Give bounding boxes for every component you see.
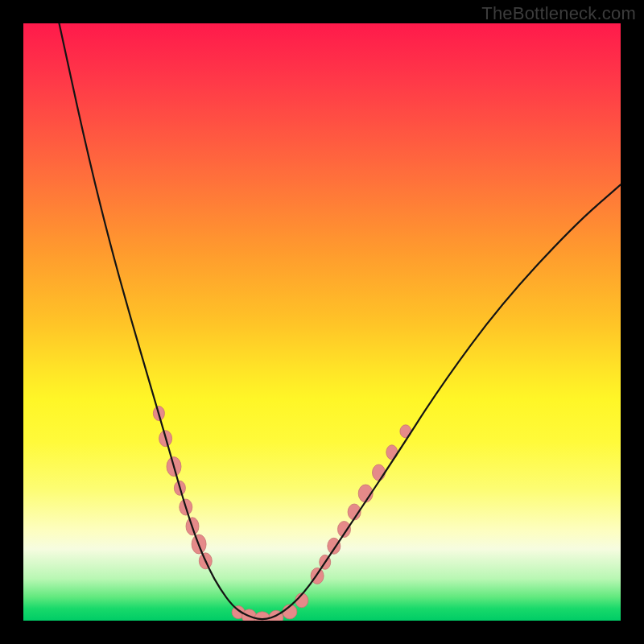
markers-group (153, 407, 411, 621)
marker-dot (373, 464, 386, 481)
chart-frame: TheBottleneck.com (0, 0, 644, 644)
marker-dot (328, 538, 341, 554)
plot-area (23, 23, 621, 621)
attribution-label: TheBottleneck.com (481, 3, 636, 24)
chart-svg (23, 23, 621, 621)
